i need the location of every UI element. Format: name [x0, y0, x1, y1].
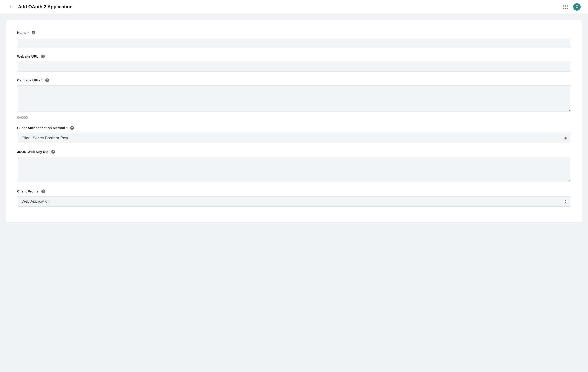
field-group-website-url: Website URL ? — [17, 54, 571, 72]
jwks-textarea[interactable] — [17, 157, 571, 182]
help-icon[interactable]: ? — [45, 78, 49, 82]
help-icon[interactable]: ? — [41, 189, 45, 193]
form-panel: Name * ? Website URL ? Callback URIs * ?… — [6, 20, 582, 222]
page-header: Add OAuth 2 Application C — [0, 0, 588, 14]
callback-uris-char-count: 0/4000 — [17, 115, 571, 119]
back-button[interactable] — [8, 4, 13, 10]
field-group-jwks: JSON Web Key Set ? — [17, 150, 571, 183]
content-area: Name * ? Website URL ? Callback URIs * ?… — [0, 14, 588, 229]
label-row-callback-uris: Callback URIs * ? — [17, 78, 571, 82]
label-name: Name — [17, 31, 27, 34]
header-left: Add OAuth 2 Application — [8, 4, 73, 10]
client-profile-value: Web Application — [21, 199, 50, 204]
header-right: C — [563, 3, 581, 11]
apps-menu-button[interactable] — [563, 5, 568, 9]
select-caret-icon — [564, 199, 567, 204]
label-row-website-url: Website URL ? — [17, 54, 571, 58]
client-auth-method-value: Client Secret Basic or Post — [21, 136, 68, 141]
label-row-client-profile: Client Profile ? — [17, 189, 571, 193]
required-marker: * — [28, 31, 29, 34]
client-auth-method-select[interactable]: Client Secret Basic or Post — [17, 133, 571, 143]
label-client-auth-method: Client Authentication Method — [17, 126, 65, 130]
label-client-profile: Client Profile — [17, 189, 39, 193]
label-jwks: JSON Web Key Set — [17, 150, 49, 153]
website-url-input[interactable] — [17, 62, 571, 72]
label-callback-uris: Callback URIs — [17, 78, 40, 82]
field-group-name: Name * ? — [17, 31, 571, 48]
required-marker: * — [66, 126, 67, 130]
help-icon[interactable]: ? — [41, 55, 45, 58]
avatar[interactable]: C — [573, 3, 581, 11]
page-title: Add OAuth 2 Application — [18, 4, 73, 10]
help-icon[interactable]: ? — [51, 150, 55, 153]
select-caret-icon — [564, 136, 567, 140]
name-input[interactable] — [17, 38, 571, 48]
field-group-client-profile: Client Profile ? Web Application — [17, 189, 571, 207]
label-row-client-auth-method: Client Authentication Method * ? — [17, 126, 571, 130]
required-marker: * — [41, 78, 42, 82]
chevron-left-icon — [9, 5, 13, 9]
apps-grid-icon — [563, 5, 564, 6]
field-group-client-auth-method: Client Authentication Method * ? Client … — [17, 126, 571, 143]
help-icon[interactable]: ? — [70, 126, 74, 130]
label-row-name: Name * ? — [17, 31, 571, 34]
client-profile-select[interactable]: Web Application — [17, 197, 571, 207]
help-icon[interactable]: ? — [32, 31, 35, 34]
label-website-url: Website URL — [17, 54, 38, 58]
label-row-jwks: JSON Web Key Set ? — [17, 150, 571, 153]
callback-uris-textarea[interactable] — [17, 85, 571, 112]
field-group-callback-uris: Callback URIs * ? 0/4000 — [17, 78, 571, 119]
